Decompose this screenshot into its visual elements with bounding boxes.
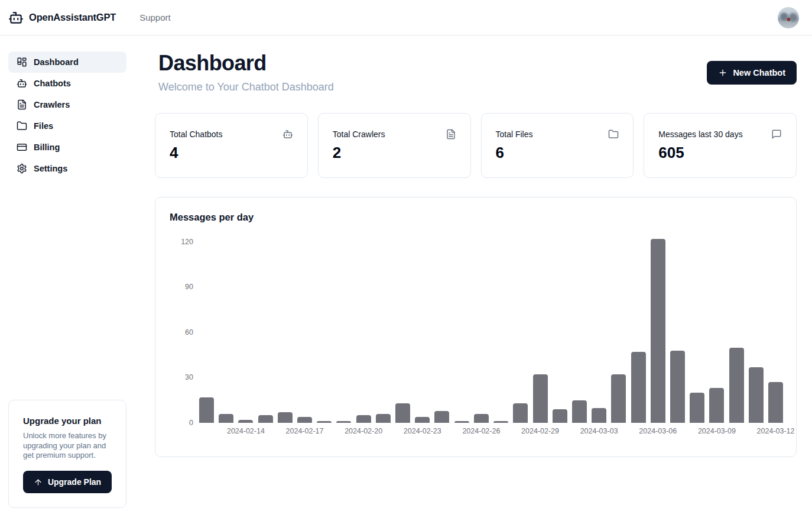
sidebar-item-files[interactable]: Files bbox=[8, 115, 126, 137]
messages-per-day-chart-card: Messages per day 0306090120 2024-02-1420… bbox=[155, 197, 797, 457]
x-tick-label: 2024-02-20 bbox=[345, 427, 382, 435]
file-text-icon bbox=[446, 129, 456, 140]
chart-bar-2024-02-15 bbox=[258, 415, 273, 423]
stat-label: Total Chatbots bbox=[170, 130, 223, 139]
sidebar-item-billing[interactable]: Billing bbox=[8, 137, 126, 158]
chart-bar-2024-02-22 bbox=[395, 403, 410, 423]
chart-bar-2024-03-11 bbox=[749, 367, 764, 423]
sidebar-item-settings[interactable]: Settings bbox=[8, 158, 126, 179]
page-title: Dashboard bbox=[158, 50, 334, 76]
chart-bar-2024-03-05 bbox=[631, 352, 646, 423]
chart-x-axis: 2024-02-142024-02-172024-02-202024-02-23… bbox=[199, 423, 783, 437]
chart-title: Messages per day bbox=[170, 212, 782, 223]
folder-icon bbox=[608, 129, 619, 140]
chart-bar-2024-03-02 bbox=[572, 400, 587, 423]
y-tick-label: 90 bbox=[185, 283, 193, 291]
chart-bar-2024-02-20 bbox=[356, 415, 371, 423]
chart-bar-2024-02-26 bbox=[474, 414, 489, 423]
chart-bar-2024-02-24 bbox=[434, 411, 449, 423]
stat-label: Total Crawlers bbox=[333, 130, 385, 139]
sidebar-item-dashboard[interactable]: Dashboard bbox=[8, 51, 126, 73]
sidebar-item-label: Files bbox=[34, 121, 53, 131]
chart-bar-2024-03-03 bbox=[592, 408, 606, 423]
arrow-up-icon bbox=[34, 478, 43, 487]
sidebar-item-label: Dashboard bbox=[34, 57, 79, 67]
credit-card-icon bbox=[17, 142, 27, 153]
bot-icon bbox=[282, 129, 293, 140]
chart-bar-2024-03-07 bbox=[670, 351, 685, 423]
bot-logo-icon bbox=[8, 10, 24, 25]
sidebar-item-label: Chatbots bbox=[34, 79, 71, 88]
stat-card-total-files: Total Files 6 bbox=[481, 113, 634, 178]
chart-bar-2024-03-10 bbox=[729, 348, 744, 423]
new-chatbot-button[interactable]: New Chatbot bbox=[707, 61, 797, 85]
page-head: Dashboard Welcome to Your Chatbot Dashbo… bbox=[155, 35, 797, 95]
upgrade-plan-card: Upgrade your plan Unlock more features b… bbox=[8, 400, 126, 508]
chart-bar-2024-03-06 bbox=[651, 239, 665, 423]
bot-icon bbox=[17, 78, 27, 89]
upgrade-card-description: Unlock more features by upgrading your p… bbox=[23, 431, 112, 460]
chart-bar-2024-03-04 bbox=[611, 374, 626, 423]
new-chatbot-button-label: New Chatbot bbox=[733, 68, 785, 77]
stat-card-total-chatbots: Total Chatbots 4 bbox=[155, 113, 308, 178]
sidebar-item-chatbots[interactable]: Chatbots bbox=[8, 73, 126, 94]
upgrade-plan-button-label: Upgrade Plan bbox=[48, 477, 101, 487]
sidebar: Dashboard Chatbots Crawlers Files Billin… bbox=[0, 35, 136, 521]
chart-bar-2024-03-12 bbox=[768, 382, 783, 423]
gear-icon bbox=[17, 163, 27, 174]
chart-bar-2024-02-28 bbox=[513, 403, 528, 423]
chart-bar-2024-03-01 bbox=[553, 409, 567, 423]
chart-bar-2024-02-12 bbox=[199, 397, 214, 423]
chart-plot: 0306090120 bbox=[199, 242, 783, 423]
x-tick-label: 2024-02-29 bbox=[521, 427, 559, 435]
x-tick-label: 2024-02-14 bbox=[227, 427, 265, 435]
x-tick-label: 2024-03-09 bbox=[698, 427, 736, 435]
header-nav: Support bbox=[139, 12, 171, 23]
upgrade-plan-button[interactable]: Upgrade Plan bbox=[23, 471, 112, 493]
chart-bar-2024-02-16 bbox=[278, 412, 293, 423]
plus-icon bbox=[718, 68, 727, 77]
chart-bar-2024-02-17 bbox=[297, 417, 312, 423]
chart-bar-2024-02-23 bbox=[415, 417, 430, 423]
x-tick-label: 2024-02-23 bbox=[404, 427, 441, 435]
stat-label: Messages last 30 days bbox=[658, 130, 742, 139]
page-subtitle: Welcome to Your Chatbot Dashboard bbox=[158, 79, 334, 95]
stat-label: Total Files bbox=[496, 130, 533, 139]
x-tick-label: 2024-02-17 bbox=[286, 427, 324, 435]
stats-row: Total Chatbots 4 Total Crawlers 2 Total … bbox=[155, 113, 797, 178]
chart-bar-2024-02-21 bbox=[376, 414, 391, 423]
user-avatar[interactable] bbox=[778, 7, 799, 28]
chart-bar-2024-02-29 bbox=[533, 374, 548, 423]
file-text-icon bbox=[17, 99, 27, 110]
upgrade-card-title: Upgrade your plan bbox=[23, 416, 112, 426]
sidebar-item-label: Settings bbox=[34, 164, 67, 173]
layout-dashboard-icon bbox=[17, 57, 27, 67]
stat-card-messages-30-days: Messages last 30 days 605 bbox=[644, 113, 797, 178]
stat-value: 605 bbox=[658, 144, 782, 162]
x-tick-label: 2024-03-03 bbox=[580, 427, 618, 435]
folder-icon bbox=[17, 121, 27, 131]
y-tick-label: 30 bbox=[185, 374, 193, 381]
top-header: OpenAssistantGPT Support bbox=[0, 0, 812, 35]
stat-value: 4 bbox=[170, 144, 293, 162]
stat-value: 2 bbox=[333, 144, 456, 162]
nav-support-link[interactable]: Support bbox=[139, 12, 171, 22]
message-square-icon bbox=[771, 129, 782, 140]
chart-y-axis: 0306090120 bbox=[170, 242, 193, 423]
y-tick-label: 60 bbox=[185, 329, 193, 336]
chart-bar-2024-03-08 bbox=[690, 393, 704, 423]
sidebar-item-label: Crawlers bbox=[34, 100, 70, 109]
sidebar-item-crawlers[interactable]: Crawlers bbox=[8, 94, 126, 115]
stat-value: 6 bbox=[496, 144, 619, 162]
y-tick-label: 120 bbox=[181, 238, 193, 246]
x-tick-label: 2024-03-06 bbox=[639, 427, 677, 435]
sidebar-item-label: Billing bbox=[34, 143, 60, 152]
x-tick-label: 2024-03-12 bbox=[757, 427, 795, 435]
y-tick-label: 0 bbox=[189, 419, 193, 427]
brand-name: OpenAssistantGPT bbox=[29, 12, 116, 23]
chart-bar-2024-03-09 bbox=[709, 388, 724, 423]
x-tick-label: 2024-02-26 bbox=[462, 427, 500, 435]
stat-card-total-crawlers: Total Crawlers 2 bbox=[318, 113, 471, 178]
main-content: Dashboard Welcome to Your Chatbot Dashbo… bbox=[155, 35, 797, 457]
brand[interactable]: OpenAssistantGPT bbox=[8, 10, 116, 25]
